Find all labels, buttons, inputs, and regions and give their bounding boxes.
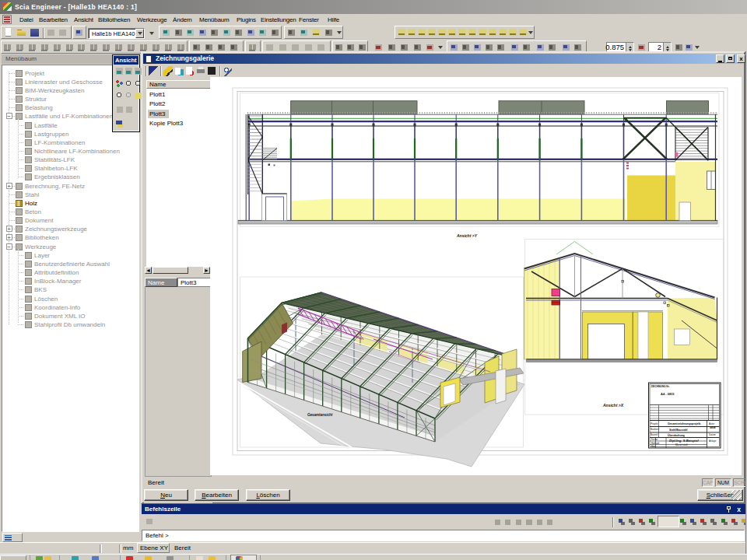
svg-text:Blatt: Blatt: [651, 445, 655, 448]
svg-text:SEW: SEW: [710, 426, 717, 429]
svg-text:Überdachung: Überdachung: [668, 433, 685, 437]
svg-text:Gesamtansicht: Gesamtansicht: [307, 413, 333, 417]
svg-text:Anlage: Anlage: [709, 439, 717, 443]
svg-text:Stahl/Baustahl: Stahl/Baustahl: [669, 429, 688, 432]
svg-text:Projekt:: Projekt:: [651, 422, 658, 425]
svg-text:ZEICHNUNG Nr.: ZEICHNUNG Nr.: [651, 385, 670, 388]
svg-text:Maßstab: Maßstab: [651, 442, 660, 445]
svg-text:Ansicht >X: Ansicht >X: [602, 403, 624, 408]
svg-text:Musterstadt: Musterstadt: [675, 443, 688, 446]
svg-text:A4 - 0815: A4 - 0815: [661, 392, 675, 396]
svg-text:Autor: Autor: [709, 422, 714, 425]
svg-text:Datum: Datum: [709, 433, 716, 436]
svg-text:Dipl.Ing. S.Beispiel: Dipl.Ing. S.Beispiel: [669, 439, 700, 443]
svg-text:Ansicht >Y: Ansicht >Y: [456, 233, 478, 238]
svg-text:Format: Format: [651, 438, 658, 441]
svg-text:Gesamtzeichnungsprojekt: Gesamtzeichnungsprojekt: [668, 422, 701, 425]
svg-text:Bauteil:: Bauteil:: [651, 433, 658, 436]
svg-text:Bauherr:: Bauherr:: [651, 428, 660, 431]
